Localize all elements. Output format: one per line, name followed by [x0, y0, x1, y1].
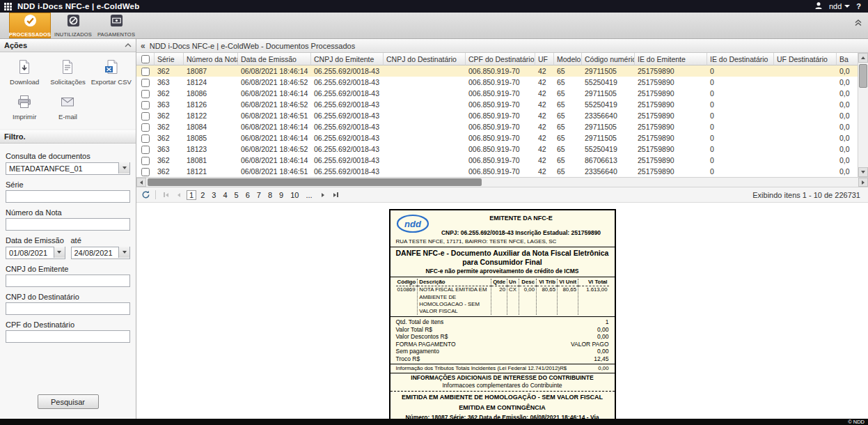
- pesquisar-button[interactable]: Pesquisar: [38, 394, 99, 409]
- page-button[interactable]: 10: [287, 190, 301, 200]
- table-row[interactable]: 3621808606/08/2021 18:46:1406.255.692/00…: [136, 88, 858, 99]
- data-ate-dropdown-trigger[interactable]: [118, 247, 129, 258]
- page-button[interactable]: 1: [187, 190, 196, 200]
- grid-cell: [774, 144, 837, 155]
- row-checkbox[interactable]: [141, 112, 150, 121]
- column-header[interactable]: IE do Destinatário: [707, 53, 774, 65]
- column-header[interactable]: Série: [155, 53, 184, 65]
- page-button[interactable]: 8: [265, 190, 275, 200]
- row-checkbox-cell[interactable]: [136, 121, 155, 132]
- page-button[interactable]: 7: [254, 190, 264, 200]
- grid-header-checkbox[interactable]: [136, 53, 155, 65]
- page-button[interactable]: 2: [198, 190, 207, 200]
- row-checkbox[interactable]: [141, 68, 150, 76]
- data-de-combo[interactable]: [6, 246, 65, 259]
- column-header[interactable]: Número da Nota: [184, 53, 238, 65]
- consulta-combo[interactable]: [6, 162, 130, 175]
- row-checkbox[interactable]: [141, 146, 150, 154]
- data-ate-combo[interactable]: [71, 246, 131, 259]
- row-checkbox[interactable]: [141, 79, 150, 87]
- table-row[interactable]: 3621808406/08/2021 18:46:1406.255.692/00…: [136, 121, 858, 132]
- scroll-right-button[interactable]: [858, 178, 868, 187]
- email-button[interactable]: E-mail: [46, 94, 89, 121]
- column-header[interactable]: UF: [535, 53, 554, 65]
- vertical-scrollbar[interactable]: [858, 53, 868, 177]
- table-row[interactable]: 3621808506/08/2021 18:46:1406.255.692/00…: [136, 132, 858, 144]
- row-checkbox-cell[interactable]: [136, 65, 155, 77]
- row-checkbox-cell[interactable]: [136, 155, 155, 166]
- row-checkbox-cell[interactable]: [136, 99, 155, 110]
- last-page-button[interactable]: [331, 190, 342, 201]
- collapse-toolbar-icon[interactable]: [854, 17, 862, 29]
- app-grid-icon[interactable]: [4, 3, 12, 10]
- help-icon[interactable]: ?: [856, 2, 861, 10]
- column-header[interactable]: IE do Emitente: [635, 53, 707, 65]
- column-header[interactable]: Ba: [837, 53, 858, 65]
- print-button[interactable]: Imprimir: [3, 94, 46, 121]
- consulta-dropdown-trigger[interactable]: [118, 162, 129, 173]
- table-row[interactable]: 3621808106/08/2021 18:46:1406.255.692/00…: [136, 155, 858, 166]
- row-checkbox[interactable]: [141, 134, 150, 143]
- tab-inutilizados[interactable]: INUTILIZADOS: [52, 13, 94, 38]
- row-checkbox-cell[interactable]: [136, 144, 155, 155]
- table-row[interactable]: 3621808706/08/2021 18:46:1406.255.692/00…: [136, 65, 858, 77]
- serie-input[interactable]: [6, 190, 130, 203]
- row-checkbox-cell[interactable]: [136, 132, 155, 144]
- consulta-input[interactable]: [6, 162, 130, 175]
- export-csv-button[interactable]: Exportar CSV: [90, 59, 133, 86]
- column-header[interactable]: CPF do Destinatário: [466, 53, 535, 65]
- page-button[interactable]: 5: [232, 190, 242, 200]
- table-row[interactable]: 3621812106/08/2021 18:46:5106.255.692/00…: [136, 166, 858, 177]
- scroll-left-button[interactable]: [136, 178, 146, 187]
- first-page-button[interactable]: [160, 190, 171, 201]
- table-row[interactable]: 3631812306/08/2021 18:46:5206.255.692/00…: [136, 144, 858, 155]
- row-checkbox[interactable]: [141, 123, 150, 132]
- row-checkbox-cell[interactable]: [136, 110, 155, 121]
- cnpj-destinatario-input[interactable]: [6, 302, 130, 315]
- table-row[interactable]: 3621812206/08/2021 18:46:5106.255.692/00…: [136, 110, 858, 121]
- download-button[interactable]: Download: [3, 59, 46, 86]
- refresh-button[interactable]: [140, 190, 151, 201]
- column-header[interactable]: CNPJ do Destinatário: [384, 53, 466, 65]
- column-header[interactable]: CNPJ do Emitente: [311, 53, 384, 65]
- page-button[interactable]: 6: [243, 190, 253, 200]
- scroll-up-button[interactable]: [858, 53, 868, 63]
- column-header[interactable]: Data de Emissão: [238, 53, 311, 65]
- grid-cell: 0,0: [837, 121, 858, 132]
- column-header[interactable]: Modelo: [554, 53, 582, 65]
- row-checkbox[interactable]: [141, 101, 150, 109]
- grid-cell: 251759890: [635, 88, 707, 99]
- page-button[interactable]: 3: [209, 190, 219, 200]
- collapse-sidebar-icon[interactable]: «: [141, 42, 145, 50]
- tab-pagamentos[interactable]: PAGAMENTOS: [95, 13, 137, 38]
- cnpj-emitente-input[interactable]: [6, 275, 130, 287]
- numero-nota-label: Número da Nota: [6, 208, 130, 217]
- row-checkbox-cell[interactable]: [136, 166, 155, 177]
- grid-cell: 363: [155, 144, 184, 155]
- table-row[interactable]: 3631812406/08/2021 18:46:5206.255.692/00…: [136, 77, 858, 88]
- data-de-dropdown-trigger[interactable]: [54, 247, 65, 258]
- previous-page-button[interactable]: [173, 190, 184, 201]
- column-header[interactable]: UF Destinatário: [774, 53, 837, 65]
- solicitacoes-button[interactable]: Solicitações: [46, 59, 89, 86]
- row-checkbox[interactable]: [141, 157, 150, 165]
- collapse-actions-icon[interactable]: [125, 41, 132, 49]
- next-page-button[interactable]: [317, 190, 329, 201]
- row-checkbox[interactable]: [141, 90, 150, 98]
- row-checkbox[interactable]: [141, 168, 150, 176]
- hscroll-thumb[interactable]: [148, 178, 482, 186]
- page-button[interactable]: 9: [276, 190, 286, 200]
- cpf-destinatario-input[interactable]: [6, 330, 130, 343]
- user-menu[interactable]: ndd: [829, 2, 850, 10]
- table-row[interactable]: 3631812606/08/2021 18:46:5206.255.692/00…: [136, 99, 858, 110]
- page-button[interactable]: 4: [220, 190, 230, 200]
- vscroll-thumb[interactable]: [859, 64, 867, 88]
- horizontal-scrollbar[interactable]: [136, 177, 868, 187]
- scroll-down-button[interactable]: [858, 167, 868, 177]
- row-checkbox-cell[interactable]: [136, 77, 155, 88]
- tab-processados[interactable]: PROCESSADOS: [9, 13, 51, 38]
- row-checkbox-cell[interactable]: [136, 88, 155, 99]
- select-all-checkbox[interactable]: [141, 55, 150, 63]
- column-header[interactable]: Código numérico: [582, 53, 635, 65]
- numero-nota-input[interactable]: [6, 218, 130, 231]
